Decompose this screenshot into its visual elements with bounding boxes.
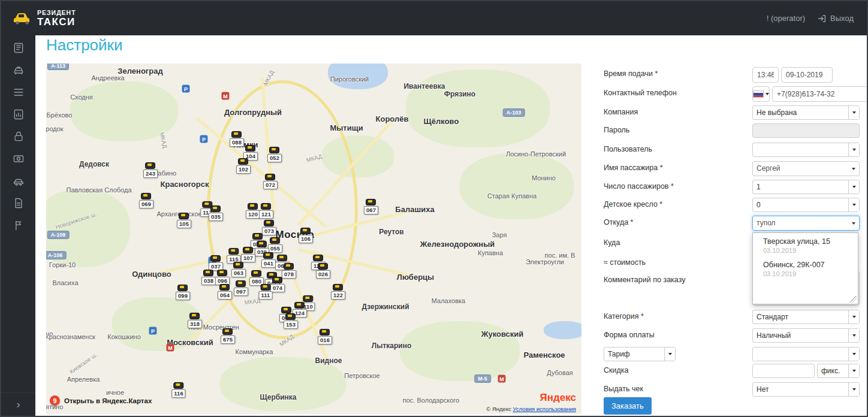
taxi-marker[interactable]: 026 <box>316 263 330 279</box>
taxi-marker[interactable]: 035 <box>209 206 223 221</box>
phone-input[interactable] <box>772 86 868 102</box>
phone-country-select[interactable] <box>752 86 770 102</box>
taxi-marker[interactable]: 120 <box>246 203 260 219</box>
sidebar-item-documents[interactable] <box>1 192 35 214</box>
taxi-number: 318 <box>188 320 202 328</box>
taxi-marker[interactable]: 055 <box>268 237 282 253</box>
sidebar-item-reports[interactable] <box>1 103 35 125</box>
field-child-seat: Детское кресло * 0 <box>604 198 860 214</box>
taxi-car-icon <box>264 220 274 226</box>
taxi-marker[interactable]: 122 <box>331 284 345 300</box>
passenger-select[interactable]: Сергей <box>752 161 860 176</box>
pax-count-select[interactable]: 1 <box>752 180 860 194</box>
dropdown-arrow-icon <box>848 383 859 396</box>
category-select[interactable]: Стандарт <box>752 310 860 324</box>
taxi-marker[interactable]: 088 <box>230 131 244 147</box>
taxi-marker[interactable]: 037 <box>209 255 223 271</box>
receipt-select[interactable]: Нет <box>752 382 860 397</box>
field-payment: Форма оплаты Наличный <box>604 328 860 345</box>
sidebar-item-orders[interactable] <box>1 81 35 103</box>
taxi-marker[interactable]: 111 <box>259 284 273 300</box>
taxi-marker[interactable]: 038 <box>201 270 216 285</box>
resize-grip[interactable] <box>850 296 857 303</box>
terms-link[interactable]: Условия использования <box>513 406 576 412</box>
map-label: Заря <box>492 231 507 238</box>
yandex-logo[interactable]: Яндекс <box>540 392 576 404</box>
time-input[interactable] <box>752 67 779 83</box>
tariff-select[interactable]: Тариф <box>604 347 676 361</box>
map[interactable]: ЗеленоградАндреевкаПироговскийИвантеевка… <box>46 64 581 414</box>
company-label: Компания <box>604 108 638 116</box>
flag-icon <box>13 219 25 231</box>
discount-type-select[interactable]: фикс. <box>817 364 860 378</box>
map-label: Краснознаменск <box>46 333 95 340</box>
taxi-marker[interactable]: 102 <box>236 158 251 174</box>
child-seat-select[interactable]: 0 <box>752 198 860 212</box>
sidebar-item-payments[interactable] <box>1 147 35 170</box>
taxi-number: 120 <box>246 210 260 219</box>
taxi-marker[interactable]: 016 <box>318 329 332 345</box>
suggestion-title: Тверская улица, 15 <box>763 237 852 246</box>
taxi-car-icon <box>217 270 227 276</box>
taxi-marker[interactable]: 054 <box>218 284 232 300</box>
taxi-marker[interactable]: 106 <box>299 228 313 243</box>
taxi-marker[interactable]: 121 <box>259 203 273 219</box>
suggestion-item[interactable]: Тверская улица, 15 03.10.2019 <box>753 233 858 256</box>
map-label: Монино <box>532 174 556 182</box>
tariff-value-select[interactable] <box>752 347 860 361</box>
taxi-marker[interactable]: 097 <box>234 280 248 296</box>
open-in-yandex-link[interactable]: Открыть в Яндекс.Картах <box>64 397 152 404</box>
chevron-down-icon <box>765 93 769 95</box>
discount-input[interactable] <box>752 364 815 378</box>
taxi-marker[interactable]: 107 <box>241 247 255 262</box>
sidebar-item-flags[interactable] <box>1 214 35 236</box>
sidebar-expand-button[interactable]: › <box>1 392 35 416</box>
field-passenger: Имя пассажира * Сергей <box>604 161 860 178</box>
taxi-marker[interactable]: 105 <box>177 213 191 228</box>
sidebar-item-taxi[interactable] <box>1 59 35 81</box>
sidebar-item-security[interactable] <box>1 125 35 147</box>
taxi-marker[interactable]: 069 <box>139 193 153 208</box>
taxi-car-icon <box>245 145 255 152</box>
map-label: Раменское <box>523 350 565 359</box>
taxi-marker[interactable]: 072 <box>263 174 278 189</box>
sidebar-item-journal[interactable] <box>1 37 35 59</box>
taxi-marker[interactable]: 052 <box>267 147 282 162</box>
payment-select[interactable]: Наличный <box>752 328 860 343</box>
taxi-marker[interactable]: 063 <box>231 262 246 277</box>
map-label: Андреевка <box>91 74 124 81</box>
taxi-marker[interactable]: 243 <box>143 162 158 178</box>
taxi-marker[interactable]: 041 <box>261 252 276 268</box>
taxi-marker[interactable]: 099 <box>176 285 190 300</box>
taxi-marker[interactable]: 675 <box>221 328 235 344</box>
operator-label[interactable]: ! (operator) <box>767 14 805 23</box>
date-input[interactable] <box>781 67 833 83</box>
topbar-right: ! (operator) Выход <box>767 14 854 23</box>
taxi-marker[interactable]: 096 <box>215 270 230 285</box>
map-label: Видное <box>315 356 342 365</box>
brand[interactable]: РЕЗИДЕНТ ТАКСИ <box>12 9 76 28</box>
taxi-number: 041 <box>261 259 276 268</box>
user-select[interactable] <box>752 143 860 157</box>
taxi-marker[interactable]: 067 <box>364 199 378 214</box>
taxi-marker[interactable]: 153 <box>284 313 298 329</box>
order-submit-button[interactable]: Заказать <box>604 397 652 415</box>
sidebar-item-cars[interactable] <box>1 170 35 192</box>
logout-icon <box>817 14 827 23</box>
taxi-marker[interactable]: 074 <box>270 277 285 292</box>
dropdown-arrow-icon <box>848 180 859 194</box>
from-input[interactable]: тупол <box>752 216 860 231</box>
company-select[interactable]: Не выбрана <box>752 105 860 120</box>
logout-button[interactable]: Выход <box>817 14 854 23</box>
brand-line2: ТАКСИ <box>37 16 76 28</box>
category-value: Стандарт <box>753 310 848 324</box>
suggestion-item[interactable]: Обнинск, 29К-007 03.10.2019 <box>753 256 858 280</box>
taxi-marker[interactable]: 116 <box>171 382 185 398</box>
taxi-car-icon <box>284 263 294 270</box>
taxi-number: 243 <box>143 170 158 178</box>
map-label: Петровское <box>344 372 379 379</box>
cluster-badge[interactable]: 9 <box>50 395 60 406</box>
map-label: Киевское ш. <box>68 351 98 375</box>
taxi-marker[interactable]: 318 <box>188 313 202 328</box>
map-label: Фрязино <box>444 90 475 98</box>
